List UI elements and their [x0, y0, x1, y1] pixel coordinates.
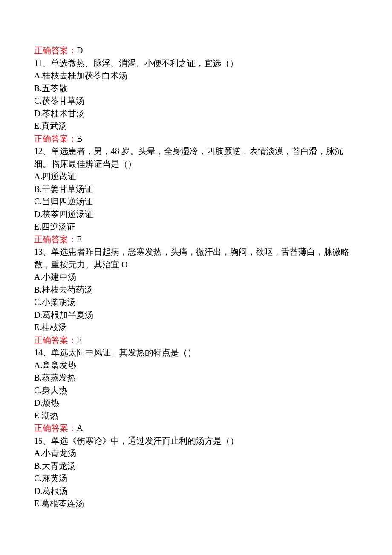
option-a: A.四逆散证 — [34, 170, 358, 183]
option-d: D.烦热 — [34, 397, 358, 410]
document-page: 正确答案：D 11、单选微热、脉浮、消渴、小便不利之证，宜选（） A.桂枝去桂加… — [0, 0, 392, 536]
answer-line: 正确答案：D — [34, 44, 358, 57]
option-b: B.桂枝去芍药汤 — [34, 284, 358, 296]
option-a: A.桂枝去桂加茯苓白术汤 — [34, 70, 358, 82]
option-c: C.身大热 — [34, 384, 358, 397]
answer-line: 正确答案：E — [34, 233, 358, 246]
question-stem: 12、单选患者，男，48 岁。头晕，全身湿冷，四肢厥逆，表情淡漠，苔白滑，脉沉细… — [34, 145, 358, 170]
option-e: E.葛根芩连汤 — [34, 497, 358, 510]
answer-value: D — [77, 46, 83, 55]
option-c: C.茯苓甘草汤 — [34, 95, 358, 108]
answer-label: 正确答案： — [34, 423, 77, 433]
question-stem: 13、单选患者昨日起病，恶寒发热，头痛，微汗出，胸闷，欲呕，舌苔薄白，脉微略数，… — [34, 246, 358, 271]
option-c: C.麻黄汤 — [34, 472, 358, 485]
option-d: D.苓桂术甘汤 — [34, 108, 358, 120]
option-b: B.干姜甘草汤证 — [34, 183, 358, 196]
option-e: E 潮热 — [34, 410, 358, 422]
option-a: A.翕翕发热 — [34, 359, 358, 372]
question-stem: 14、单选太阳中风证，其发热的特点是（） — [34, 346, 358, 359]
option-a: A.小青龙汤 — [34, 447, 358, 460]
option-e: E.桂枝汤 — [34, 321, 358, 334]
answer-value: B — [77, 134, 82, 143]
answer-label: 正确答案： — [34, 235, 77, 244]
answer-value: A — [77, 423, 83, 433]
option-e: E.四逆汤证 — [34, 221, 358, 233]
question-stem: 11、单选微热、脉浮、消渴、小便不利之证，宜选（） — [34, 57, 358, 70]
answer-line: 正确答案：A — [34, 422, 358, 435]
option-e: E.真武汤 — [34, 120, 358, 133]
answer-label: 正确答案： — [34, 46, 77, 55]
answer-line: 正确答案：B — [34, 133, 358, 145]
question-stem: 15、单选《伤寒论》中，通过发汗而止利的汤方是（） — [34, 435, 358, 447]
answer-value: E — [77, 235, 82, 244]
option-b: B.大青龙汤 — [34, 460, 358, 473]
option-d: D.葛根汤 — [34, 485, 358, 498]
option-b: B.蒸蒸发热 — [34, 372, 358, 384]
answer-value: E — [77, 335, 82, 345]
option-c: C.小柴胡汤 — [34, 296, 358, 309]
option-d: D.葛根加半夏汤 — [34, 309, 358, 322]
option-a: A.小建中汤 — [34, 271, 358, 284]
answer-label: 正确答案： — [34, 335, 77, 345]
option-b: B.五苓散 — [34, 82, 358, 95]
answer-label: 正确答案： — [34, 134, 77, 143]
option-d: D.茯苓四逆汤证 — [34, 208, 358, 221]
answer-line: 正确答案：E — [34, 334, 358, 347]
option-c: C.当归四逆汤证 — [34, 195, 358, 208]
